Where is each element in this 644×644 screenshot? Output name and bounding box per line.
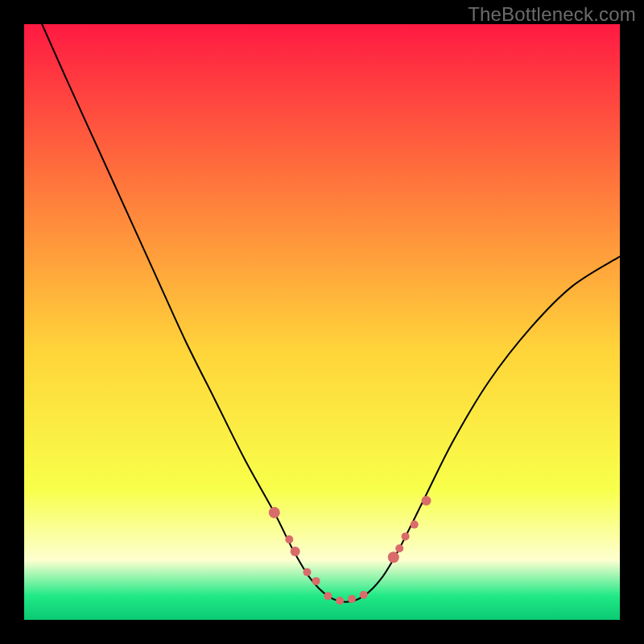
watermark-text: TheBottleneck.com <box>468 3 636 26</box>
marker-dot <box>402 532 410 540</box>
bottleneck-chart <box>24 24 620 620</box>
marker-dot <box>360 591 368 599</box>
marker-dot <box>303 568 312 576</box>
marker-dot <box>285 535 293 543</box>
marker-dot <box>411 521 419 529</box>
marker-dot <box>422 496 431 506</box>
gradient-background <box>24 24 620 620</box>
marker-dot <box>348 595 356 603</box>
marker-dot <box>312 577 320 585</box>
marker-dot <box>269 507 280 518</box>
marker-dot <box>395 544 403 552</box>
marker-dot <box>336 597 344 605</box>
marker-dot <box>388 551 399 563</box>
chart-frame <box>24 24 620 620</box>
marker-dot <box>291 547 300 556</box>
marker-dot <box>324 592 332 600</box>
